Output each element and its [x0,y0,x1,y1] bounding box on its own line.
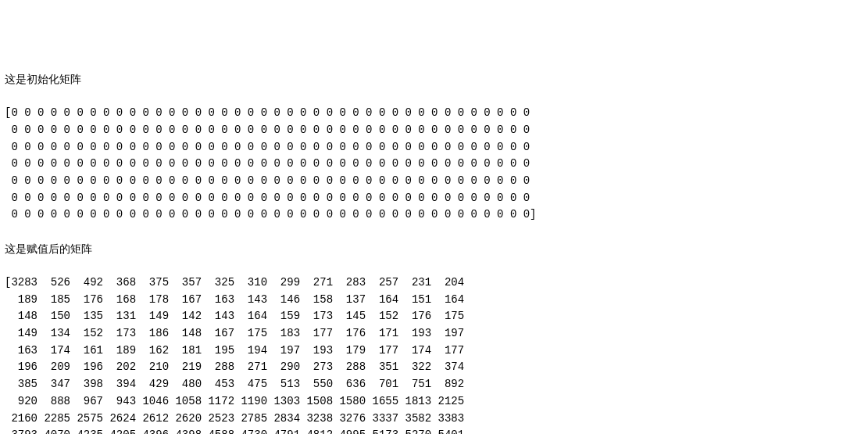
assigned-matrix-label: 这是赋值后的矩阵 [5,241,863,258]
init-matrix-output: [0 0 0 0 0 0 0 0 0 0 0 0 0 0 0 0 0 0 0 0… [5,105,863,224]
assigned-matrix-output: [3283 526 492 368 375 357 325 310 299 27… [5,274,863,434]
init-matrix-label: 这是初始化矩阵 [5,71,863,88]
